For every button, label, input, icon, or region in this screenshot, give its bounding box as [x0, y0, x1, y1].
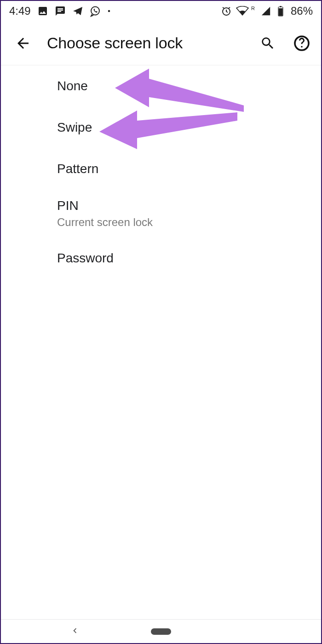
chevron-left-icon [70, 626, 80, 636]
nav-back-button[interactable] [70, 626, 80, 638]
page-title: Choose screen lock [47, 34, 244, 52]
status-left: 4:49 [9, 5, 111, 17]
system-nav-bar [1, 619, 321, 643]
back-button[interactable] [13, 33, 33, 53]
option-password-label: Password [57, 251, 321, 266]
option-password[interactable]: Password [1, 238, 321, 279]
more-dot-icon [107, 6, 111, 17]
nav-home-pill[interactable] [151, 628, 171, 635]
option-pin-label: PIN [57, 198, 321, 213]
search-icon [260, 35, 276, 51]
option-pattern-label: Pattern [57, 162, 321, 176]
signal-icon [260, 6, 271, 17]
option-swipe-label: Swipe [57, 120, 321, 135]
battery-text: 86% [291, 5, 313, 17]
telegram-icon [72, 6, 83, 17]
status-right: R 86% [221, 5, 313, 17]
option-swipe[interactable]: Swipe [1, 107, 321, 148]
help-button[interactable] [292, 33, 312, 53]
help-icon [293, 35, 310, 52]
wifi-icon [236, 6, 249, 17]
app-bar: Choose screen lock [1, 21, 321, 65]
device-frame: 4:49 R [0, 0, 322, 644]
whatsapp-icon [90, 6, 101, 17]
photos-icon [37, 6, 48, 17]
back-arrow-icon [15, 35, 31, 52]
message-icon [55, 6, 66, 17]
roaming-indicator: R [251, 6, 255, 11]
svg-point-0 [91, 7, 99, 15]
svg-rect-4 [280, 6, 282, 7]
status-bar: 4:49 R [1, 1, 321, 21]
option-pin[interactable]: PIN Current screen lock [1, 190, 321, 238]
svg-rect-5 [278, 8, 282, 16]
option-none-label: None [57, 79, 321, 93]
lock-options-list: None Swipe Pattern PIN Current screen lo… [1, 65, 321, 619]
status-clock: 4:49 [9, 5, 31, 17]
option-none[interactable]: None [1, 65, 321, 107]
svg-point-1 [108, 10, 110, 12]
battery-icon [275, 6, 286, 17]
alarm-icon [221, 6, 232, 17]
option-pattern[interactable]: Pattern [1, 148, 321, 190]
option-pin-sub: Current screen lock [57, 216, 321, 229]
search-button[interactable] [258, 33, 278, 53]
